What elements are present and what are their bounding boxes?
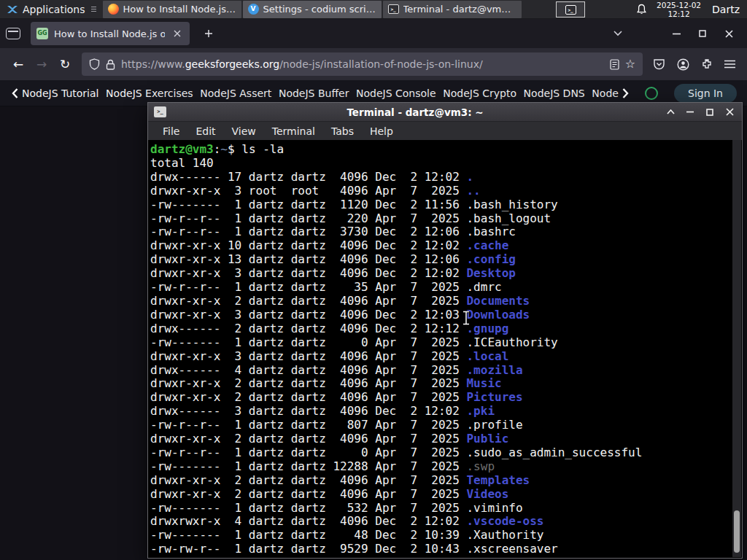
nav-item-label: NodeJS Assert <box>200 88 271 99</box>
terminal-line: -rw------- 1 dartz dartz 12288 Apr 7 202… <box>150 460 731 474</box>
user-menu[interactable]: Dartz <box>711 4 740 15</box>
nav-item[interactable]: NodeJS Exercises <box>106 88 193 99</box>
distro-logo-icon <box>7 4 18 15</box>
site-nav-items: NodeJS TutorialNodeJS ExercisesNodeJS As… <box>12 88 629 99</box>
terminal-line: drwxr-xr-x 3 dartz dartz 4096 Dec 2 12:0… <box>150 308 731 322</box>
terminal-scroll-thumb[interactable] <box>734 510 740 553</box>
taskbar-button-label: Settings - codium script... <box>263 4 376 15</box>
terminal-line: -rw-r--r-- 1 dartz dartz 3730 Dec 2 12:0… <box>150 225 731 239</box>
nav-item[interactable]: NodeJS Crypto <box>443 88 516 99</box>
url-bar[interactable]: https://www.geeksforgeeks.org/node-js/in… <box>82 52 643 76</box>
account-icon[interactable] <box>677 58 689 71</box>
terminal-line: drwxr-xr-x 3 dartz dartz 4096 Dec 2 12:0… <box>150 267 731 281</box>
taskbar-button-label: Terminal - dartz@vm3: ~ <box>403 4 516 15</box>
menu-view[interactable]: View <box>224 125 264 137</box>
url-path: /node-js/installation-of-node-js-on-linu… <box>279 58 483 70</box>
applications-label: Applications <box>23 4 85 15</box>
url-scheme: https://www. <box>121 58 185 70</box>
nav-item-label: NodeJS Crypto <box>443 88 516 99</box>
firefox-view-icon[interactable] <box>6 28 20 39</box>
terminal-line: -rw-r--r-- 1 dartz dartz 220 Apr 7 2025 … <box>150 212 731 226</box>
toolbar-icons <box>649 58 740 71</box>
terminal-line: -rw-rw-r-- 1 dartz dartz 9529 Dec 2 10:4… <box>150 542 731 556</box>
terminal-maximize-icon[interactable] <box>703 106 716 119</box>
list-all-tabs-icon[interactable] <box>610 26 626 42</box>
nav-item-label: NodeJS Buffer <box>279 88 349 99</box>
taskbar-button[interactable]: VSettings - codium script... <box>243 1 382 18</box>
terminal-icon: >_ <box>154 106 166 117</box>
terminal-line: drwxrwxr-x 4 dartz dartz 4096 Dec 2 12:0… <box>150 515 731 529</box>
terminal-prompt-line: dartz@vm3:~$ ls -la <box>150 143 731 157</box>
window-close-icon[interactable] <box>721 26 737 42</box>
taskbar-button[interactable]: How to Install Node.js o... <box>103 1 241 18</box>
clock-time: 12:12 <box>657 9 701 18</box>
pocket-icon[interactable] <box>653 58 665 70</box>
terminal-line: drwxr-xr-x 2 dartz dartz 4096 Apr 7 2025… <box>150 474 731 488</box>
terminal-window: >_ Terminal - dartz@vm3: ~ FileEditViewT… <box>147 102 743 559</box>
terminal-line: drwx------ 17 dartz dartz 4096 Dec 2 12:… <box>150 171 731 184</box>
nav-item[interactable]: NodeJS DNS <box>524 88 585 99</box>
lock-icon[interactable] <box>106 59 115 70</box>
terminal-minimize-icon[interactable] <box>684 106 697 119</box>
terminal-line: -rw-r--r-- 1 dartz dartz 35 Apr 7 2025 .… <box>150 281 731 295</box>
terminal-line: drwxr-xr-x 2 dartz dartz 4096 Apr 7 2025… <box>150 295 731 308</box>
terminal-title: Terminal - dartz@vm3: ~ <box>172 106 658 118</box>
reader-view-icon[interactable] <box>610 59 619 70</box>
applications-menu-button[interactable]: Applications <box>0 0 103 18</box>
terminal-line: -rw------- 1 dartz dartz 1120 Dec 2 11:5… <box>150 198 731 212</box>
site-favicon: GG <box>36 28 48 39</box>
search-icon[interactable] <box>645 87 658 100</box>
terminal-line: drwx------ 3 dartz dartz 4096 Dec 2 12:0… <box>150 405 731 419</box>
menu-file[interactable]: File <box>155 125 187 137</box>
bookmark-star-icon[interactable]: ☆ <box>625 58 635 70</box>
menu-terminal[interactable]: Terminal <box>264 125 323 137</box>
nav-item-label: NodeJS Console <box>356 88 436 99</box>
nav-item[interactable]: NodeJS Console <box>356 88 436 99</box>
navigation-toolbar: ← → ↻ https://www.geeksforgeeks.org/node… <box>0 48 747 80</box>
reload-icon[interactable]: ↻ <box>54 53 76 75</box>
nav-item-label: NodeJS DNS <box>524 88 585 99</box>
firefox-icon <box>108 4 119 15</box>
terminal-line: drwxr-xr-x 3 root root 4096 Apr 7 2025 .… <box>150 184 731 198</box>
terminal-scrollbar[interactable] <box>732 140 741 557</box>
terminal-icon: >_ <box>388 4 399 14</box>
browser-tab[interactable]: GG How to Install Node.js on <box>31 22 190 45</box>
taskbar-button[interactable]: >_Terminal - dartz@vm3: ~ <box>383 1 522 18</box>
sign-in-button[interactable]: Sign In <box>674 84 737 103</box>
menu-edit[interactable]: Edit <box>187 125 223 137</box>
window-minimize-icon[interactable] <box>668 26 684 42</box>
site-nav-right: Sign In <box>645 84 737 103</box>
hamburger-menu-icon[interactable] <box>724 60 735 69</box>
nav-item[interactable]: NodeJS Assert <box>200 88 271 99</box>
workspace-indicator[interactable]: >_ <box>556 1 585 18</box>
back-icon[interactable]: ← <box>7 53 29 75</box>
taskbar-button-label: How to Install Node.js o... <box>123 4 236 15</box>
terminal-titlebar[interactable]: >_ Terminal - dartz@vm3: ~ <box>148 103 742 122</box>
terminal-line: drwx------ 4 dartz dartz 4096 Apr 7 2025… <box>150 364 731 378</box>
panel-status-area: 2025-12-02 12:12 Dartz <box>636 1 747 18</box>
terminal-line: -rw-r--r-- 1 dartz dartz 0 Apr 7 2025 .s… <box>150 446 731 460</box>
nav-item[interactable]: NodeJS Buffer <box>279 88 349 99</box>
notification-bell-icon[interactable] <box>636 4 647 15</box>
menu-help[interactable]: Help <box>362 125 401 137</box>
terminal-close-icon[interactable] <box>723 106 736 119</box>
forward-icon[interactable]: → <box>31 53 53 75</box>
nav-item-label: Node <box>592 88 619 99</box>
tracking-shield-icon[interactable] <box>89 58 100 70</box>
tab-close-icon[interactable] <box>171 27 184 40</box>
window-maximize-icon[interactable] <box>694 26 711 42</box>
nav-item-label: NodeJS Exercises <box>106 88 193 99</box>
clock[interactable]: 2025-12-02 12:12 <box>657 1 701 18</box>
menu-tabs[interactable]: Tabs <box>323 125 362 137</box>
terminal-line: drwxr-xr-x 3 dartz dartz 4096 Apr 7 2025… <box>150 350 731 364</box>
nav-item[interactable]: NodeJS Tutorial <box>12 88 98 99</box>
nav-item[interactable]: Node <box>592 88 629 99</box>
new-tab-button[interactable] <box>200 25 217 42</box>
terminal-line: drwxr-xr-x 2 dartz dartz 4096 Apr 7 2025… <box>150 488 731 502</box>
shade-window-icon[interactable] <box>664 106 677 119</box>
tab-bar: GG How to Install Node.js on <box>0 19 747 48</box>
terminal-line: -rw-r--r-- 1 dartz dartz 807 Apr 7 2025 … <box>150 419 731 432</box>
terminal-line: drwx------ 2 dartz dartz 4096 Dec 2 12:1… <box>150 322 731 336</box>
tab-title: How to Install Node.js on <box>54 28 165 39</box>
extensions-puzzle-icon[interactable] <box>701 58 713 70</box>
